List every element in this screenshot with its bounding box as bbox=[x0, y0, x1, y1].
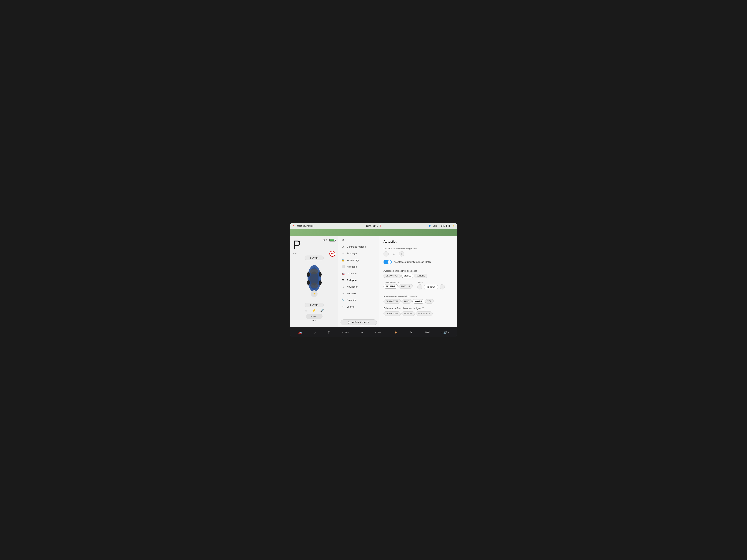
speed-type-group-btn-relative[interactable]: RELATIVE bbox=[384, 284, 398, 289]
menu-item-controles[interactable]: ⊙Contrôles rapides bbox=[338, 243, 379, 250]
distance-minus-button[interactable]: − bbox=[384, 251, 389, 257]
svg-point-7 bbox=[307, 272, 310, 277]
collision-group-btn-tard[interactable]: TARD bbox=[402, 299, 411, 303]
taskbar-music[interactable]: ♪ bbox=[314, 330, 316, 335]
apps-taskbar-icon: ⬆ bbox=[328, 330, 330, 335]
ecart-sub-label: Ecart bbox=[418, 281, 423, 284]
taskbar-fan[interactable]: ✦ bbox=[361, 330, 363, 335]
status-bar: 📍 Jacques Anquetil 15:46 21° C T 👤 Lola … bbox=[290, 222, 457, 229]
gear-indicator: P bbox=[293, 239, 301, 251]
seat-heat-taskbar-icon: ≋ bbox=[410, 330, 412, 335]
menu-icon-navigation: ◁ bbox=[341, 285, 344, 288]
menu-item-logiciel[interactable]: ⬇Logiciel bbox=[338, 303, 379, 310]
taskbar-rear-heat[interactable]: ≋≋ bbox=[424, 330, 430, 335]
speed-limit-section: Limite de vitesse Ecart RELATIVEABSOLUE … bbox=[384, 281, 453, 289]
close-button[interactable]: × bbox=[340, 237, 346, 243]
glovebox-button[interactable]: 💬 BOÎTE À GANTS bbox=[340, 319, 377, 325]
svg-point-4 bbox=[310, 271, 318, 286]
left-temp-increase[interactable]: › bbox=[348, 331, 349, 334]
line-crossing-group-btn-avertir[interactable]: AVERTIR bbox=[402, 312, 415, 316]
line-crossing-group-btn-désactiver[interactable]: DÉSACTIVER bbox=[384, 312, 401, 316]
glovebox-icon: 💬 bbox=[348, 321, 351, 323]
main-content: P 92 % 50 Aïko OUVRIR bbox=[290, 236, 457, 327]
line-crossing-group-btn-assistance[interactable]: ASSISTANCE bbox=[416, 312, 433, 316]
distance-plus-button[interactable]: + bbox=[399, 251, 404, 257]
dot-2[interactable] bbox=[315, 320, 316, 321]
right-temp-value: 22.0 bbox=[377, 331, 381, 334]
menu-item-eclairage[interactable]: ☀Éclairage bbox=[338, 250, 379, 257]
menu-item-securite[interactable]: ⊘Sécurité bbox=[338, 290, 379, 297]
safety-distance-label: Distance de sécurité du régulateur bbox=[384, 247, 453, 250]
time-display: 15:46 bbox=[366, 224, 372, 227]
left-temp-control: ‹ 22.0 › bbox=[342, 331, 349, 334]
speed-warning-group-btn-visuel[interactable]: VISUEL bbox=[402, 274, 413, 278]
menu-item-conduite[interactable]: 🚗Conduite bbox=[338, 270, 379, 277]
menu-icon-controles: ⊙ bbox=[341, 245, 344, 248]
ecart-plus-button[interactable]: + bbox=[440, 284, 445, 289]
menu-icon-eclairage: ☀ bbox=[341, 252, 344, 255]
tesla-logo: T bbox=[380, 224, 381, 228]
menu-icon-logiciel: ⬇ bbox=[341, 305, 344, 308]
settings-title: Autopilot bbox=[384, 240, 453, 243]
top-open-button[interactable]: OUVRIR bbox=[305, 256, 324, 260]
left-temp-decrease[interactable]: ‹ bbox=[342, 331, 343, 334]
collision-group-btn-désactiver[interactable]: DÉSACTIVER bbox=[384, 299, 401, 303]
menu-item-verrouillage[interactable]: 🔒Verrouillage bbox=[338, 257, 379, 263]
line-crossing-buttons: DÉSACTIVERAVERTIRASSISTANCE bbox=[384, 312, 453, 316]
speed-warning-label: Avertissement de limite de vitesse bbox=[384, 270, 453, 272]
user-name: Lola bbox=[433, 224, 437, 227]
speed-type-group-btn-absolue[interactable]: ABSOLUE bbox=[398, 284, 413, 289]
ecart-minus-button[interactable]: − bbox=[417, 284, 422, 289]
signal-label: LTE bbox=[441, 225, 445, 227]
mic-icon-btn[interactable]: 🎤 bbox=[320, 309, 324, 313]
collision-buttons: DÉSACTIVERTARDMOYENTÔT bbox=[384, 299, 453, 303]
bluetooth-icon: ⚡ bbox=[452, 224, 455, 227]
circle-icon: ○ bbox=[438, 224, 440, 227]
menu-item-entretien[interactable]: 🔧Entretien bbox=[338, 297, 379, 303]
speed-warning-buttons: DÉSACTIVERVISUELSONORE bbox=[384, 274, 453, 278]
svg-point-10 bbox=[319, 281, 321, 285]
collision-section: Avertissement de collision frontale DÉSA… bbox=[384, 295, 453, 303]
line-crossing-label: Evitement de franchissement de ligne ⓘ bbox=[384, 307, 453, 310]
right-temp-decrease[interactable]: ‹ bbox=[375, 331, 376, 334]
menu-icon-conduite: 🚗 bbox=[341, 272, 344, 275]
collision-group-btn-tôt[interactable]: TÔT bbox=[425, 299, 434, 303]
speed-warning-group-btn-désactiver[interactable]: DÉSACTIVER bbox=[384, 274, 401, 278]
taskbar-seat-heat[interactable]: ≋ bbox=[410, 330, 412, 335]
location-icon: 📍 bbox=[292, 224, 295, 227]
menu-panel: × ⊙Contrôles rapides☀Éclairage🔒Verrouill… bbox=[338, 236, 379, 327]
speed-limit-badge: 50 bbox=[329, 251, 335, 257]
line-crossing-info-icon[interactable]: ⓘ bbox=[422, 307, 424, 310]
lane-assist-label: Assistance au maintien de cap (Bêta) bbox=[394, 261, 431, 263]
taskbar-car[interactable]: 🚗 bbox=[298, 330, 302, 335]
speed-warning-section: Avertissement de limite de vitesse DÉSAC… bbox=[384, 270, 453, 278]
speed-warning-group-btn-sonore[interactable]: SONORE bbox=[414, 274, 427, 278]
lane-assist-toggle[interactable] bbox=[384, 260, 392, 264]
collision-group-btn-moyen[interactable]: MOYEN bbox=[412, 299, 424, 303]
right-temp-increase[interactable]: › bbox=[381, 331, 382, 334]
fan-taskbar-icon: ✦ bbox=[361, 330, 363, 335]
charge-icon[interactable]: ⚡ bbox=[311, 290, 317, 297]
menu-items-list: ⊙Contrôles rapides☀Éclairage🔒Verrouillag… bbox=[338, 236, 379, 317]
dot-1[interactable] bbox=[313, 320, 314, 321]
menu-item-navigation[interactable]: ◁Navigation bbox=[338, 283, 379, 290]
signal-icon: ▌▌▌ bbox=[446, 224, 450, 227]
battery-bar bbox=[329, 239, 335, 241]
rear-heat-taskbar-icon: ≋≋ bbox=[424, 330, 430, 335]
smiley-icon-btn[interactable]: ☺ bbox=[305, 309, 308, 313]
seat-taskbar-icon: 🪑 bbox=[394, 330, 398, 335]
menu-item-autopilot[interactable]: ◎Autopilot bbox=[338, 277, 379, 283]
tesla-screen: 📍 Jacques Anquetil 15:46 21° C T 👤 Lola … bbox=[290, 222, 457, 338]
volume-decrease[interactable]: ‹ bbox=[441, 331, 442, 334]
user-icon: 👤 bbox=[428, 224, 431, 227]
music-taskbar-icon: ♪ bbox=[314, 330, 316, 335]
menu-icon-entretien: 🔧 bbox=[341, 298, 344, 301]
taskbar-apps[interactable]: ⬆ bbox=[328, 330, 330, 335]
volume-increase[interactable]: › bbox=[448, 331, 449, 334]
charge-bottom-icon-btn[interactable]: ⚡ bbox=[312, 309, 316, 313]
bottom-open-button[interactable]: OUVRIR bbox=[305, 302, 324, 308]
car-visual: ⚡ bbox=[303, 262, 325, 295]
taskbar-seat[interactable]: 🪑 bbox=[394, 330, 398, 335]
wiper-button[interactable]: ⌘ AUTO bbox=[306, 314, 323, 319]
menu-item-affichage[interactable]: ⬜Affichage bbox=[338, 263, 379, 270]
